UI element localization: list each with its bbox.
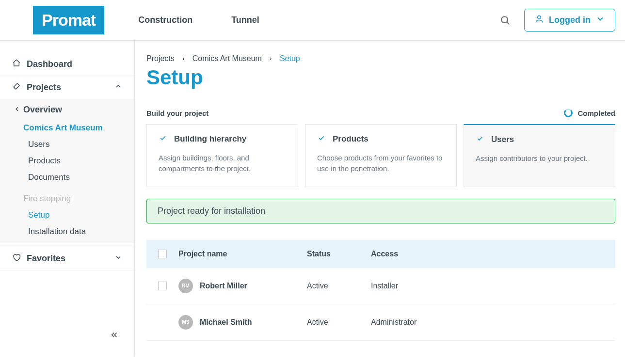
check-icon — [317, 135, 326, 143]
chevron-down-icon — [595, 14, 605, 26]
progress-spinner-icon — [564, 109, 573, 117]
row-name: Robert Miller — [200, 282, 247, 290]
home-icon — [12, 59, 21, 70]
sidebar-item-favorites[interactable]: Favorites — [0, 247, 134, 270]
sidebar-item-users[interactable]: Users — [0, 136, 134, 153]
card-desc: Assign buildings, floors, and compartmen… — [159, 153, 286, 174]
logged-in-button[interactable]: Logged in — [524, 9, 615, 32]
avatar: MS — [178, 315, 193, 330]
sidebar-item-setup[interactable]: Setup — [0, 207, 134, 223]
users-table: Project name Status Access RM Robert Mil… — [146, 240, 615, 341]
user-icon — [534, 14, 544, 26]
main: Projects Comics Art Museum Setup Setup B… — [135, 41, 625, 356]
row-access: Installer — [371, 282, 604, 290]
sidebar-item-products[interactable]: Products — [0, 153, 134, 169]
sidebar-item-projects[interactable]: Projects — [0, 76, 134, 99]
card-users[interactable]: Users Assign contributors to your projec… — [464, 124, 615, 187]
row-status: Active — [307, 282, 371, 290]
collapse-sidebar-icon[interactable] — [109, 331, 120, 341]
header: Promat Construction Tunnel Logged in — [0, 0, 625, 41]
card-title: Products — [333, 134, 369, 144]
sidebar-item-documents[interactable]: Documents — [0, 169, 134, 186]
row-name: Michael Smith — [200, 318, 252, 327]
breadcrumb: Projects Comics Art Museum Setup — [146, 54, 615, 63]
table-header-row: Project name Status Access — [146, 240, 615, 268]
header-name: Project name — [178, 250, 307, 258]
logo[interactable]: Promat — [33, 6, 104, 34]
sidebar-item-dashboard[interactable]: Dashboard — [0, 53, 134, 76]
sidebar-item-installation-data[interactable]: Installation data — [0, 223, 134, 240]
row-status: Active — [307, 318, 371, 327]
nav-tunnel[interactable]: Tunnel — [231, 15, 259, 25]
ready-banner: Project ready for installation — [146, 199, 615, 223]
completed-badge: Completed — [564, 109, 615, 117]
check-icon — [159, 135, 167, 143]
card-desc: Choose products from your favorites to u… — [317, 153, 445, 174]
row-checkbox[interactable] — [158, 282, 167, 290]
card-products[interactable]: Products Choose products from your favor… — [305, 124, 457, 187]
sidebar-overview[interactable]: Overview — [0, 99, 134, 120]
tools-icon — [12, 82, 21, 93]
sidebar-item-comics[interactable]: Comics Art Museum — [0, 120, 134, 136]
sidebar: Dashboard Projects Overview Comics Art M… — [0, 41, 135, 356]
subtitle: Build your project — [146, 109, 208, 117]
breadcrumb-projects[interactable]: Projects — [146, 54, 175, 63]
setup-cards: Building hierarchy Assign buildings, flo… — [146, 124, 615, 187]
card-title: Users — [491, 135, 514, 144]
svg-point-2 — [538, 16, 541, 19]
breadcrumb-current: Setup — [280, 54, 300, 63]
top-nav: Construction Tunnel — [138, 15, 259, 25]
sidebar-projects-sub: Overview Comics Art Museum Users Product… — [0, 99, 134, 243]
check-icon — [476, 135, 484, 144]
row-access: Administrator — [371, 318, 604, 327]
card-building-hierarchy[interactable]: Building hierarchy Assign buildings, flo… — [146, 124, 298, 187]
heart-icon — [12, 253, 21, 264]
page-title: Setup — [146, 66, 615, 89]
chevron-right-icon — [269, 54, 273, 63]
projects-label: Projects — [27, 82, 61, 93]
header-status: Status — [307, 250, 371, 258]
card-title: Building hierarchy — [174, 134, 246, 144]
logged-in-label: Logged in — [549, 15, 591, 25]
header-access: Access — [371, 250, 604, 258]
breadcrumb-comics[interactable]: Comics Art Museum — [192, 54, 262, 63]
completed-label: Completed — [577, 109, 615, 117]
chevron-up-icon — [114, 82, 122, 93]
dashboard-label: Dashboard — [27, 59, 72, 69]
svg-line-1 — [507, 22, 510, 24]
avatar: RM — [178, 279, 193, 293]
table-row[interactable]: MS Michael Smith Active Administrator — [146, 304, 615, 341]
card-desc: Assign contributors to your project. — [476, 153, 603, 164]
chevron-left-icon — [14, 105, 20, 115]
chevron-down-icon — [114, 253, 122, 264]
svg-point-0 — [501, 16, 508, 23]
table-row[interactable]: RM Robert Miller Active Installer — [146, 268, 615, 304]
nav-construction[interactable]: Construction — [138, 15, 192, 25]
select-all-checkbox[interactable] — [158, 250, 167, 258]
sidebar-item-fire-stopping: Fire stopping — [0, 190, 134, 207]
overview-label: Overview — [23, 105, 62, 115]
search-icon[interactable] — [500, 15, 511, 26]
favorites-label: Favorites — [27, 253, 65, 264]
chevron-right-icon — [181, 54, 186, 63]
